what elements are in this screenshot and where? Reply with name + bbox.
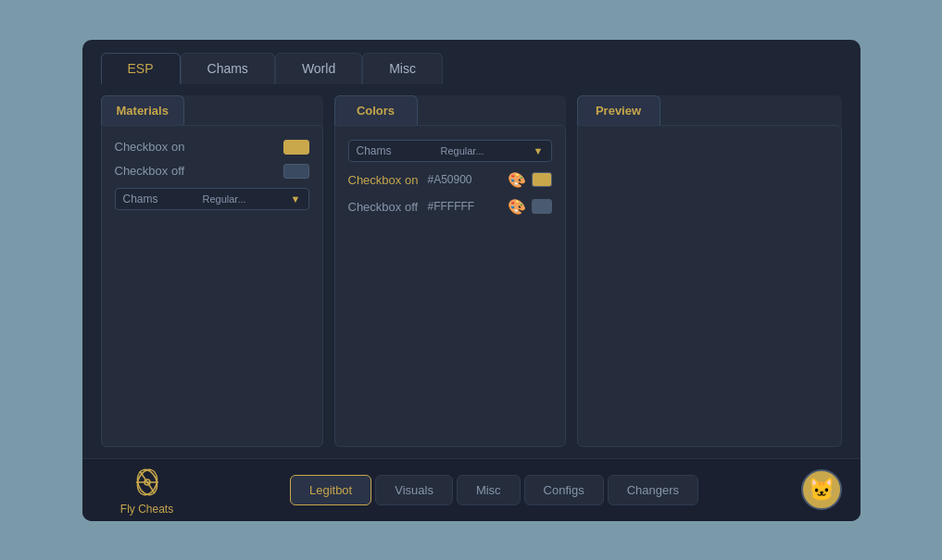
tab-configs[interactable]: Configs xyxy=(524,475,604,505)
materials-checkbox-on-toggle[interactable] xyxy=(283,140,309,155)
materials-panel-header: Materials xyxy=(101,95,184,125)
tab-misc[interactable]: Misc xyxy=(362,53,443,84)
colors-chams-dropdown[interactable]: Chams Regular... ▼ xyxy=(348,140,552,162)
colors-checkbox-off-hex: #FFFFFF xyxy=(428,200,502,213)
tab-chams[interactable]: Chams xyxy=(181,53,275,84)
colors-checkbox-on-row: Checkbox on #A50900 🎨 xyxy=(346,167,554,193)
colors-checkbox-on-label: Checkbox on xyxy=(348,173,422,187)
materials-chams-label: Chams xyxy=(123,193,158,205)
tab-legitbot[interactable]: Legitbot xyxy=(290,475,371,505)
colors-checkbox-off-label: Checkbox off xyxy=(348,200,422,214)
tab-misc-bottom[interactable]: Misc xyxy=(457,475,521,505)
colors-panel-header: Colors xyxy=(334,95,418,125)
logo-icon xyxy=(129,464,166,501)
colors-chams-row: Chams Regular... ▼ xyxy=(346,135,554,167)
materials-checkbox-off-label: Checkbox off xyxy=(115,164,185,178)
main-window: ESP Chams World Misc Materials Checkbox … xyxy=(82,40,860,521)
materials-checkbox-on-label: Checkbox on xyxy=(115,140,185,154)
tab-world[interactable]: World xyxy=(275,53,362,84)
materials-panel: Materials Checkbox on Checkbox off Chams… xyxy=(101,95,323,447)
tab-esp[interactable]: ESP xyxy=(101,53,181,84)
tab-changers[interactable]: Changers xyxy=(608,475,698,505)
preview-panel-body xyxy=(577,125,842,447)
colors-panel-body: Chams Regular... ▼ Checkbox on #A50900 🎨… xyxy=(334,125,566,447)
colors-checkbox-on-swatch[interactable] xyxy=(532,172,552,187)
colors-checkbox-off-row: Checkbox off #FFFFFF 🎨 xyxy=(346,193,554,220)
materials-checkbox-off-toggle[interactable] xyxy=(283,164,309,179)
palette-on-icon[interactable]: 🎨 xyxy=(508,171,526,189)
colors-panel: Colors Chams Regular... ▼ Checkbox on #A… xyxy=(334,95,566,447)
logo-area: Fly Cheats xyxy=(101,464,194,516)
top-tab-bar: ESP Chams World Misc xyxy=(82,40,860,84)
bottom-bar: Fly Cheats Legitbot Visuals Misc Configs… xyxy=(82,458,860,521)
materials-chams-dropdown[interactable]: Chams Regular... ▼ xyxy=(115,188,309,210)
materials-checkbox-off-row: Checkbox off xyxy=(113,159,311,183)
materials-chams-value: Regular... xyxy=(203,193,246,205)
materials-chams-row: Chams Regular... ▼ xyxy=(113,183,311,215)
colors-chams-label: Chams xyxy=(357,144,392,157)
materials-chams-arrow-icon: ▼ xyxy=(291,193,301,205)
logo-label: Fly Cheats xyxy=(120,503,173,516)
tab-visuals[interactable]: Visuals xyxy=(375,475,453,505)
palette-off-icon[interactable]: 🎨 xyxy=(508,198,526,216)
avatar[interactable]: 🐱 xyxy=(801,469,842,510)
materials-panel-body: Checkbox on Checkbox off Chams Regular..… xyxy=(101,125,323,447)
preview-panel-header: Preview xyxy=(577,95,660,125)
preview-panel: Preview xyxy=(577,95,842,447)
colors-chams-arrow-icon: ▼ xyxy=(534,145,544,156)
colors-checkbox-on-hex: #A50900 xyxy=(428,173,502,186)
avatar-area: 🐱 xyxy=(796,469,842,510)
content-area: Materials Checkbox on Checkbox off Chams… xyxy=(82,84,860,458)
materials-checkbox-on-row: Checkbox on xyxy=(113,135,311,159)
colors-chams-value: Regular... xyxy=(441,145,484,156)
colors-checkbox-off-swatch[interactable] xyxy=(532,199,552,214)
bottom-tab-bar: Legitbot Visuals Misc Configs Changers xyxy=(194,475,796,505)
